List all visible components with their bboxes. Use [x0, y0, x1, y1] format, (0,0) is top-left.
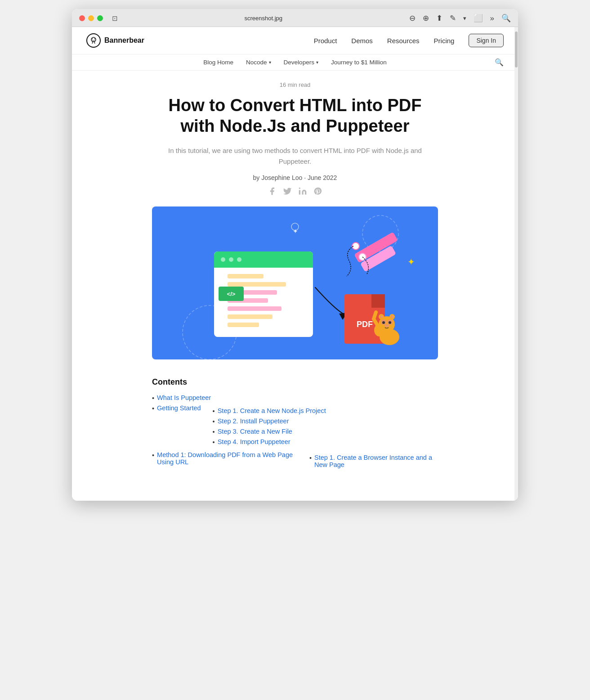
secondary-nav: Blog Home Nocode ▾ Developers ▾ Journey …	[72, 54, 518, 71]
linkedin-icon[interactable]	[298, 187, 307, 196]
logo[interactable]: Bannerbear	[86, 33, 144, 48]
sidebar-toggle-icon[interactable]: ⊡	[112, 14, 118, 22]
what-is-puppeteer-link[interactable]: What Is Puppeteer	[157, 394, 211, 401]
article-subtitle: In this tutorial, we are using two metho…	[152, 145, 438, 167]
step3-link[interactable]: Step 3. Create a New File	[218, 428, 292, 435]
nav-link-resources[interactable]: Resources	[387, 37, 420, 45]
browser-window: ⊡ screenshot.jpg ⊖ ⊕ ⬆ ✎ ▾ ⬜ » 🔍	[72, 9, 518, 501]
method1-link[interactable]: Method 1: Downloading PDF from a Web Pag…	[157, 451, 298, 466]
article-author: by Josephine Loo	[253, 174, 303, 181]
contents-section: Contents What Is Puppeteer Getting Start…	[152, 377, 438, 483]
svg-point-16	[221, 257, 225, 262]
article-date: June 2022	[308, 174, 337, 181]
signin-button[interactable]: Sign In	[469, 34, 504, 47]
svg-point-38	[382, 321, 385, 324]
step2-link[interactable]: Step 2. Install Puppeteer	[218, 417, 289, 425]
nav-links: Product Demos Resources Pricing Sign In	[314, 34, 504, 47]
article-meta: by Josephine Loo · June 2022	[152, 174, 438, 181]
contents-title: Contents	[152, 377, 438, 387]
svg-rect-23	[228, 306, 282, 311]
search-icon[interactable]: 🔍	[501, 13, 511, 23]
svg-point-39	[389, 321, 391, 324]
step1-link[interactable]: Step 1. Create a New Node.js Project	[218, 407, 326, 414]
window-icon[interactable]: ⬜	[474, 13, 483, 23]
svg-point-3	[299, 188, 300, 189]
minimize-button[interactable]	[88, 15, 94, 21]
list-item: Step 1. Create a New Node.js Project	[213, 407, 326, 415]
nav-link-product[interactable]: Product	[314, 37, 337, 45]
secondary-nav-journey[interactable]: Journey to $1 Million	[331, 59, 387, 66]
share-icon[interactable]: ⬆	[436, 13, 442, 23]
scrollbar-thumb[interactable]	[515, 31, 518, 67]
more-icon[interactable]: »	[490, 14, 494, 23]
hero-image: ✦ ✦ ✦ + +	[152, 206, 438, 359]
list-item: Method 1: Downloading PDF from a Web Pag…	[152, 451, 438, 471]
maximize-button[interactable]	[97, 15, 103, 21]
article-container: 16 min read How to Convert HTML into PDF…	[138, 71, 452, 501]
step4-link[interactable]: Step 4. Import Puppeteer	[218, 438, 291, 445]
chevron-down-icon[interactable]: ▾	[463, 15, 466, 22]
getting-started-link[interactable]: Getting Started	[157, 404, 201, 412]
pinterest-icon[interactable]	[313, 187, 322, 196]
svg-point-40	[384, 324, 389, 327]
scrollbar[interactable]	[514, 27, 518, 501]
svg-text:✦: ✦	[293, 228, 298, 235]
edit-icon[interactable]: ✎	[450, 13, 456, 23]
zoom-in-icon[interactable]: ⊕	[423, 13, 429, 23]
secondary-nav-developers[interactable]: Developers ▾	[284, 59, 318, 66]
svg-rect-31	[371, 294, 385, 308]
list-item: Step 3. Create a New File	[213, 428, 326, 435]
svg-point-43	[380, 315, 383, 318]
search-icon[interactable]: 🔍	[495, 58, 504, 67]
svg-text:PDF: PDF	[357, 320, 373, 329]
browser-titlebar: ⊡ screenshot.jpg ⊖ ⊕ ⬆ ✎ ▾ ⬜ » 🔍	[72, 9, 518, 27]
read-time: 16 min read	[152, 81, 438, 88]
secondary-nav-nocode[interactable]: Nocode ▾	[246, 59, 271, 66]
zoom-out-icon[interactable]: ⊖	[409, 13, 416, 23]
twitter-icon[interactable]	[283, 187, 292, 196]
nav-link-demos[interactable]: Demos	[351, 37, 373, 45]
logo-text: Bannerbear	[104, 36, 144, 45]
svg-rect-24	[228, 314, 273, 319]
svg-point-1	[92, 39, 93, 40]
article-date-separator: ·	[304, 174, 308, 181]
chevron-down-icon: ▾	[316, 60, 318, 65]
list-item: Step 2. Install Puppeteer	[213, 417, 326, 425]
svg-text:</>: </>	[227, 291, 236, 297]
svg-rect-19	[228, 274, 264, 278]
browser-controls: ⊖ ⊕ ⬆ ✎ ▾ ⬜ » 🔍	[409, 13, 511, 23]
svg-point-2	[94, 39, 95, 40]
list-item: Step 4. Import Puppeteer	[213, 438, 326, 446]
page-content: Bannerbear Product Demos Resources Prici…	[72, 27, 518, 501]
method1-sub-list: Step 1. Create a Browser Instance and a …	[300, 454, 438, 471]
svg-point-44	[391, 315, 393, 318]
svg-rect-20	[228, 282, 286, 287]
list-item: Step 1. Create a Browser Instance and a …	[309, 454, 438, 468]
close-button[interactable]	[79, 15, 85, 21]
chevron-down-icon: ▾	[269, 60, 271, 65]
svg-rect-25	[228, 323, 259, 327]
secondary-nav-blog-home[interactable]: Blog Home	[203, 59, 233, 66]
logo-icon	[86, 33, 101, 48]
svg-text:✦: ✦	[407, 257, 415, 267]
svg-rect-15	[214, 260, 313, 268]
getting-started-sub-list: Step 1. Create a New Node.js Project Ste…	[204, 407, 326, 449]
top-nav: Bannerbear Product Demos Resources Prici…	[72, 27, 518, 54]
browser-dots	[79, 15, 103, 21]
contents-list: What Is Puppeteer Getting Started Step 1…	[152, 394, 438, 471]
facebook-icon[interactable]	[268, 187, 277, 196]
method1-step1-link[interactable]: Step 1. Create a Browser Instance and a …	[314, 454, 438, 468]
social-icons	[152, 187, 438, 196]
list-item: Getting Started Step 1. Create a New Nod…	[152, 404, 438, 449]
list-item: What Is Puppeteer	[152, 394, 438, 402]
browser-title: screenshot.jpg	[123, 15, 404, 22]
nav-link-pricing[interactable]: Pricing	[434, 37, 455, 45]
article-title: How to Convert HTML into PDF with Node.J…	[152, 95, 438, 136]
svg-point-17	[229, 257, 233, 262]
svg-point-18	[237, 257, 241, 262]
